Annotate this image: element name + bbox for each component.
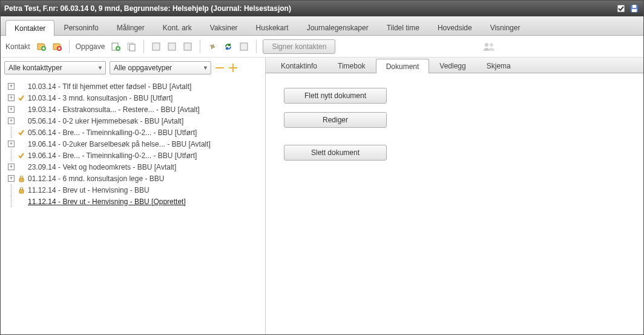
tree-item-label[interactable]: 05.06.14 - Bre... - Timeinnkalling-0-2..… [28, 128, 197, 137]
tree-item-label[interactable]: 10.03.14 - Tlf til hjemmet etter fødsel … [28, 82, 191, 91]
oppgave-type-combo[interactable]: Alle oppgavetyper ▼ [110, 61, 211, 75]
kontakt-type-value: Alle kontakttyper [8, 64, 62, 72]
svg-rect-18 [229, 67, 237, 68]
tree-item-label[interactable]: 05.06.14 - 0-2 uker Hjemmebesøk - BBU [A… [28, 117, 183, 125]
svg-point-14 [485, 43, 488, 47]
svg-rect-9 [130, 44, 135, 51]
tree-row: +23.09.14 - Vekt og hodeomkrets - BBU [A… [5, 161, 261, 173]
svg-rect-10 [153, 43, 160, 50]
tree-connector [8, 150, 15, 161]
kontakt-type-combo[interactable]: Alle kontakttyper ▼ [4, 61, 106, 75]
tree-item-label[interactable]: 01.12.14 - 6 mnd. konsultasjon lege - BB… [28, 174, 164, 183]
save-icon[interactable] [629, 3, 640, 14]
main-tab-kont--ark[interactable]: Kont. ark [154, 19, 201, 35]
main-tab-huskekart[interactable]: Huskekart [247, 19, 298, 35]
main-tab-bar: KontakterPersoninfoMålingerKont. arkVaks… [1, 16, 643, 36]
tree-item-label[interactable]: 11.12.14 - Brev ut - Henvisning - BBU [O… [28, 197, 186, 206]
window-title: Petra Test, F.nr: 06.03.14 0, 9 mnd, Beg… [4, 4, 291, 13]
tree-row: +10.03.14 - Tlf til hjemmet etter fødsel… [5, 81, 261, 92]
lock-icon [17, 175, 25, 182]
document-pane: Flett nytt dokument Rediger Slett dokume… [266, 73, 643, 334]
svg-rect-3 [632, 9, 637, 12]
sign-contact-button[interactable]: Signer kontakten [263, 39, 335, 54]
tree-row: +05.06.14 - 0-2 uker Hjemmebesøk - BBU [… [5, 115, 261, 127]
right-panel: KontaktinfoTimebokDokumentVedleggSkjema … [266, 58, 643, 334]
users-icon[interactable] [339, 41, 639, 53]
tree-item-label[interactable]: 11.12.14 - Brev ut - Henvisning - BBU [28, 186, 150, 194]
tree-connector [8, 184, 15, 196]
tree-connector [8, 196, 15, 207]
expand-toggle[interactable]: + [8, 175, 15, 182]
expand-toggle[interactable]: + [8, 164, 15, 170]
tree-item-label[interactable]: 19.06.14 - Bre... - Timeinnkalling-0-2..… [28, 151, 197, 160]
tree-row: 11.12.14 - Brev ut - Henvisning - BBU [5, 184, 261, 196]
rediger-button[interactable]: Rediger [284, 112, 387, 128]
oppgave-copy-icon[interactable] [125, 41, 137, 53]
tree-row: 11.12.14 - Brev ut - Henvisning - BBU [O… [5, 196, 261, 207]
expand-toggle[interactable]: + [8, 141, 15, 147]
sub-tab-bar: KontaktinfoTimebokDokumentVedleggSkjema [266, 58, 643, 73]
main-tab-hovedside[interactable]: Hovedside [429, 19, 481, 35]
refresh-icon[interactable] [222, 41, 234, 53]
sub-tab-timebok[interactable]: Timebok [327, 58, 376, 73]
tree-row: +19.06.14 - 0-2uker Barselbesøk på helse… [5, 138, 261, 150]
chevron-down-icon: ▼ [203, 65, 208, 71]
oppgave-label: Oppgave [76, 42, 105, 51]
expand-toggle[interactable]: + [8, 118, 15, 124]
main-tab-målinger[interactable]: Målinger [108, 19, 154, 35]
tree-row: +10.03.14 - 3 mnd. konsultasjon - BBU [U… [5, 92, 261, 104]
lock-icon [17, 187, 25, 194]
tree-item-label[interactable]: 23.09.14 - Vekt og hodeomkrets - BBU [Av… [28, 163, 176, 171]
tree-connector [8, 127, 15, 138]
kontakt-label: Kontakt [5, 42, 30, 51]
main-tab-kontakter[interactable]: Kontakter [5, 20, 54, 36]
sub-tab-dokument[interactable]: Dokument [376, 59, 430, 73]
collapse-icon[interactable] [215, 63, 225, 73]
square3-icon[interactable] [182, 41, 194, 53]
oppgave-type-value: Alle oppgavetyper [114, 64, 172, 72]
svg-rect-13 [240, 43, 248, 50]
main-tab-personinfo[interactable]: Personinfo [54, 19, 107, 35]
svg-rect-11 [168, 43, 176, 50]
check-icon [17, 129, 25, 136]
main-tab-tildel-time[interactable]: Tildel time [378, 19, 429, 35]
chevron-down-icon: ▼ [97, 65, 103, 71]
sub-tab-skjema[interactable]: Skjema [476, 58, 521, 73]
main-tab-journalegenskaper[interactable]: Journalegenskaper [298, 19, 378, 35]
checkbox-icon[interactable] [616, 3, 626, 14]
expand-toggle[interactable]: + [8, 95, 15, 101]
svg-rect-2 [632, 5, 636, 8]
contact-tree: +10.03.14 - Tlf til hjemmet etter fødsel… [4, 81, 261, 331]
toolbar: Kontakt Oppgave Signer kontakten [1, 36, 643, 58]
sub-tab-kontaktinfo[interactable]: Kontaktinfo [271, 58, 327, 73]
kontakt-delete-icon[interactable] [51, 41, 63, 53]
tree-row: 05.06.14 - Bre... - Timeinnkalling-0-2..… [5, 127, 261, 138]
main-tab-visninger[interactable]: Visninger [481, 19, 530, 35]
tree-item-label[interactable]: 19.03.14 - Ekstrakonsulta... - Restere..… [28, 105, 200, 114]
svg-rect-16 [215, 67, 224, 68]
flett-document-button[interactable]: Flett nytt dokument [284, 88, 387, 104]
tree-item-label[interactable]: 10.03.14 - 3 mnd. konsultasjon - BBU [Ut… [28, 94, 172, 102]
svg-rect-0 [617, 5, 625, 12]
sub-tab-vedlegg[interactable]: Vedlegg [429, 58, 476, 73]
check-icon [17, 95, 25, 102]
kontakt-add-icon[interactable] [35, 41, 47, 53]
square1-icon[interactable] [150, 41, 162, 53]
tree-row: 19.06.14 - Bre... - Timeinnkalling-0-2..… [5, 150, 261, 161]
tree-row: +01.12.14 - 6 mnd. konsultasjon lege - B… [5, 173, 261, 184]
slett-document-button[interactable]: Slett dokument [284, 145, 387, 161]
main-tab-vaksiner[interactable]: Vaksiner [201, 19, 247, 35]
svg-point-15 [490, 43, 493, 47]
svg-rect-19 [19, 178, 24, 182]
tree-item-label[interactable]: 19.06.14 - 0-2uker Barselbesøk på helse.… [28, 140, 211, 148]
expand-toggle[interactable]: + [8, 106, 15, 113]
square2-icon[interactable] [166, 41, 178, 53]
square4-icon[interactable] [238, 41, 250, 53]
expand-toggle[interactable]: + [8, 83, 15, 90]
left-panel: Alle kontakttyper ▼ Alle oppgavetyper ▼ … [1, 58, 266, 334]
title-bar: Petra Test, F.nr: 06.03.14 0, 9 mnd, Beg… [1, 1, 643, 16]
tree-row: +19.03.14 - Ekstrakonsulta... - Restere.… [5, 104, 261, 115]
oppgave-add-icon[interactable] [110, 41, 122, 53]
pin-icon[interactable] [206, 41, 218, 53]
expand-icon[interactable] [228, 63, 238, 73]
